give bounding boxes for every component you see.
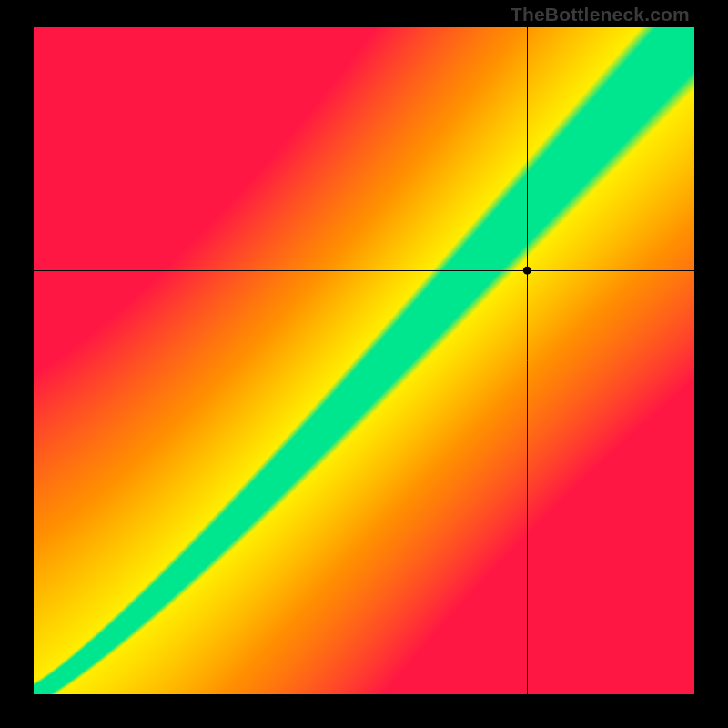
watermark-text: TheBottleneck.com bbox=[511, 4, 690, 25]
heatmap-canvas bbox=[34, 27, 694, 694]
heatmap-plot bbox=[34, 27, 694, 694]
chart-frame: TheBottleneck.com bbox=[0, 0, 728, 728]
